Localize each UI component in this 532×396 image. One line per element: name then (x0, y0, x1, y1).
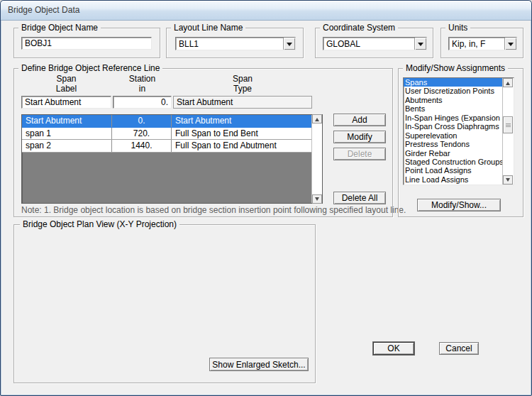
scroll-up-icon (315, 116, 319, 121)
window-title: Bridge Object Data (8, 5, 79, 15)
units-group: Units Kip, in, F (440, 28, 523, 58)
cell-type: Full Span to End Bent (172, 128, 311, 140)
assignments-group-label: Modify/Show Assignments (403, 63, 508, 73)
modify-button[interactable]: Modify (333, 131, 386, 143)
reference-line-group: Define Bridge Object Reference Line Span… (13, 68, 393, 217)
station-input[interactable] (113, 96, 172, 109)
coordinate-system-label: Coordinate System (320, 23, 398, 33)
cancel-button[interactable]: Cancel (439, 342, 479, 355)
dropdown-arrow-icon[interactable] (504, 38, 516, 50)
assignment-item[interactable]: Point Load Assigns (404, 166, 502, 175)
scrollbar-thumb[interactable] (503, 116, 513, 133)
plan-view-group-label: Bridge Object Plan View (X-Y Projection) (20, 219, 179, 229)
delete-all-button[interactable]: Delete All (333, 192, 386, 204)
layout-line-name-dropdown[interactable]: BLL1 (175, 37, 296, 50)
bridge-object-name-label: Bridge Object Name (18, 23, 101, 33)
scroll-up-button[interactable] (503, 78, 513, 87)
scroll-down-button[interactable] (312, 194, 322, 204)
assignment-item[interactable]: In-Span Cross Diaphragms (404, 122, 502, 131)
chevron-down-icon (418, 43, 423, 49)
assignment-item[interactable]: Superelevation (404, 131, 502, 140)
assignment-item[interactable]: In-Span Hinges (Expansion Jts) (404, 114, 502, 122)
reference-line-note: Note: 1. Bridge object location is based… (21, 205, 406, 215)
chevron-down-icon (508, 43, 514, 49)
chevron-down-icon (287, 43, 292, 49)
units-dropdown[interactable]: Kip, in, F (448, 37, 517, 50)
assignment-item[interactable]: Line Load Assigns (404, 175, 502, 184)
plan-view-group: Bridge Object Plan View (X-Y Projection) (13, 224, 316, 383)
layout-line-name-group: Layout Line Name BLL1 (166, 28, 304, 58)
assignment-item[interactable]: Prestress Tendons (404, 140, 502, 148)
cell-type: Start Abutment (172, 115, 311, 127)
bridge-object-data-dialog: Bridge Object Data Bridge Object Name La… (0, 0, 532, 396)
cell-label: span 2 (22, 140, 112, 152)
assignments-scrollbar[interactable] (502, 78, 514, 185)
dropdown-arrow-icon[interactable] (283, 38, 295, 50)
coordinate-system-dropdown[interactable]: GLOBAL (323, 37, 427, 50)
coordinate-system-value: GLOBAL (323, 38, 414, 50)
cell-label: span 1 (22, 128, 112, 140)
layout-line-name-label: Layout Line Name (171, 23, 245, 33)
span-label-input[interactable] (21, 96, 111, 109)
assignment-item[interactable]: Staged Construction Groups (404, 158, 502, 166)
show-enlarged-sketch-button[interactable]: Show Enlarged Sketch... (209, 358, 309, 371)
dropdown-arrow-icon[interactable] (414, 38, 426, 50)
scroll-up-button[interactable] (312, 114, 322, 123)
cell-station: 0. (112, 115, 172, 127)
cell-type: Full Span to End Abutment (172, 140, 311, 152)
coordinate-system-group: Coordinate System GLOBAL (315, 28, 433, 58)
span-type-display: Start Abutment (173, 96, 312, 109)
modify-show-button[interactable]: Modify/Show... (417, 199, 501, 211)
scroll-down-icon (315, 197, 319, 203)
column-header-span-type: Span Type (173, 74, 312, 94)
reference-line-table[interactable]: Start Abutment0.Start Abutmentspan 1720.… (21, 114, 323, 204)
add-button[interactable]: Add (333, 114, 386, 126)
reference-line-group-label: Define Bridge Object Reference Line (18, 63, 162, 73)
scroll-down-icon (506, 178, 510, 184)
assignments-listbox[interactable]: SpansUser Discretization PointsAbutments… (403, 77, 514, 185)
bridge-object-name-input[interactable] (21, 37, 152, 50)
bridge-object-name-group: Bridge Object Name (13, 28, 160, 58)
assignment-item[interactable]: User Discretization Points (404, 87, 502, 95)
column-header-span-label: Span Label (21, 74, 111, 94)
cell-station: 1440. (112, 140, 172, 152)
assignment-item[interactable]: Spans (404, 78, 502, 87)
cell-label: Start Abutment (22, 115, 112, 127)
table-row[interactable]: Start Abutment0.Start Abutment (22, 115, 311, 128)
table-scrollbar[interactable] (311, 115, 322, 203)
delete-button: Delete (333, 148, 386, 160)
ok-button[interactable]: OK (373, 342, 414, 355)
assignment-item[interactable]: Bents (404, 104, 502, 113)
table-row[interactable]: span 1720.Full Span to End Bent (22, 128, 311, 141)
column-header-station: Station in (113, 74, 172, 94)
units-label: Units (445, 23, 470, 33)
scroll-down-button[interactable] (503, 175, 513, 185)
scrollbar-grip-icon (506, 123, 511, 127)
scroll-up-icon (506, 79, 510, 85)
titlebar[interactable]: Bridge Object Data (1, 1, 531, 21)
assignment-item[interactable]: Girder Rebar (404, 149, 502, 158)
cell-station: 720. (112, 128, 172, 140)
units-value: Kip, in, F (449, 38, 504, 50)
layout-line-name-value: BLL1 (176, 38, 283, 50)
assignment-item[interactable]: Abutments (404, 96, 502, 104)
table-row[interactable]: span 21440.Full Span to End Abutment (22, 140, 311, 153)
